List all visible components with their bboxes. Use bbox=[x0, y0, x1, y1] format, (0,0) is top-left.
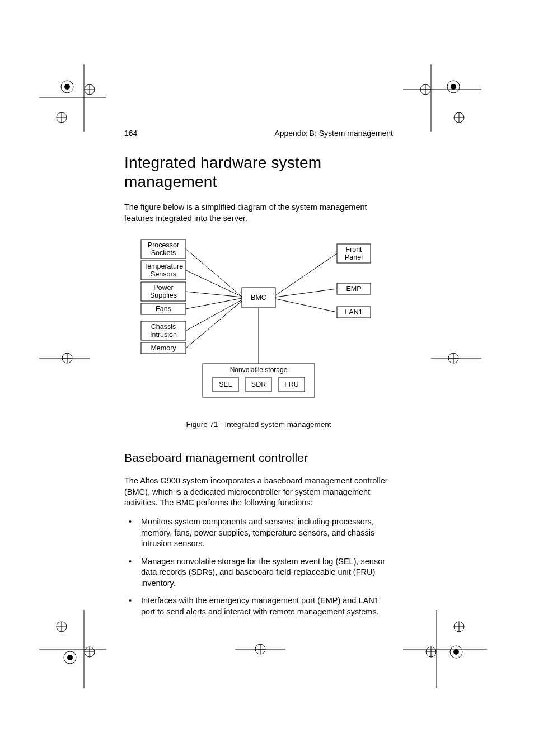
diagram-box-fans: Fans bbox=[156, 305, 171, 313]
diagram-box-chassis: Chassis bbox=[151, 323, 176, 331]
svg-point-58 bbox=[67, 655, 73, 660]
list-item: Interfaces with the emergency management… bbox=[124, 595, 393, 617]
page-header: 164 Appendix B: System management bbox=[124, 129, 393, 138]
diagram-box-lan1: LAN1 bbox=[345, 308, 362, 316]
bullet-list: Monitors system components and sensors, … bbox=[124, 516, 393, 618]
diagram-box-fru: FRU bbox=[284, 381, 299, 388]
section-heading: Baseboard management controller bbox=[124, 451, 393, 464]
crop-mark-icon bbox=[39, 64, 106, 132]
svg-point-75 bbox=[453, 649, 459, 655]
crop-mark-icon bbox=[39, 347, 90, 369]
diagram-box-front: Front bbox=[345, 246, 362, 253]
svg-line-22 bbox=[275, 299, 337, 312]
svg-line-19 bbox=[186, 301, 242, 348]
crop-mark-icon bbox=[403, 610, 487, 688]
page-title: Integrated hardware system management bbox=[124, 153, 393, 191]
figure-caption: Figure 71 - Integrated system management bbox=[124, 420, 393, 429]
diagram-box-power-2: Supplies bbox=[150, 292, 177, 299]
svg-line-18 bbox=[186, 300, 242, 331]
diagram-box-processor: Processor bbox=[148, 241, 179, 249]
svg-line-20 bbox=[275, 253, 337, 295]
crop-mark-icon bbox=[235, 638, 285, 660]
intro-paragraph: The figure below is a simplified diagram… bbox=[124, 202, 393, 224]
crop-mark-icon bbox=[39, 610, 106, 688]
svg-line-21 bbox=[275, 289, 337, 297]
page-number: 164 bbox=[124, 129, 137, 138]
diagram-box-chassis-2: Intrusion bbox=[150, 331, 177, 339]
diagram-box-temp: Temperature bbox=[144, 262, 183, 270]
list-item: Manages nonvolatile storage for the syst… bbox=[124, 556, 393, 589]
diagram-box-power: Power bbox=[153, 284, 173, 292]
svg-line-17 bbox=[186, 298, 242, 309]
body-paragraph: The Altos G900 system incorporates a bas… bbox=[124, 476, 393, 509]
diagram-box-front-2: Panel bbox=[345, 253, 363, 261]
diagram-box-sdr: SDR bbox=[251, 381, 266, 388]
svg-point-27 bbox=[64, 84, 70, 90]
diagram-box-bmc: BMC bbox=[251, 294, 266, 302]
crop-mark-icon bbox=[403, 64, 481, 132]
page-content: 164 Appendix B: System management Integr… bbox=[124, 129, 393, 624]
crop-mark-icon bbox=[431, 347, 481, 369]
list-item: Monitors system components and sensors, … bbox=[124, 516, 393, 550]
svg-line-14 bbox=[186, 249, 242, 297]
diagram-box-sel: SEL bbox=[219, 381, 232, 388]
diagram-box-emp: EMP bbox=[346, 285, 361, 293]
diagram-box-processor-2: Sockets bbox=[151, 249, 176, 257]
diagram-box-temp-2: Sensors bbox=[151, 270, 176, 278]
diagram-storage-label: Nonvolatile storage bbox=[230, 366, 288, 374]
appendix-label: Appendix B: System management bbox=[274, 129, 393, 138]
system-management-diagram: Processor Sockets Temperature Sensors Po… bbox=[124, 234, 382, 410]
svg-point-40 bbox=[451, 84, 456, 90]
diagram-box-memory: Memory bbox=[151, 344, 176, 352]
